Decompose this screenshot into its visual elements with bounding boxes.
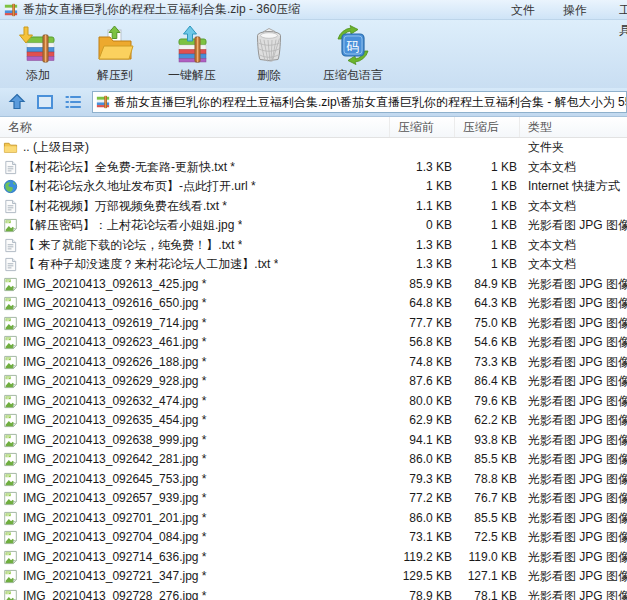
size-before-compression: 77.7 KB (390, 314, 455, 334)
menu-file[interactable]: 文件 (509, 0, 537, 20)
size-before-compression: 87.6 KB (390, 372, 455, 392)
file-type: 光影看图 JPG 图像 (520, 587, 627, 600)
table-row[interactable]: 【村花视频】万部视频免费在线看.txt * 1.1 KB 1 KB 文本文档 (0, 197, 627, 217)
file-name: IMG_20210413_092704_084.jpg * (23, 528, 207, 548)
table-row[interactable]: IMG_20210413_092721_347.jpg * 129.5 KB 1… (0, 567, 627, 587)
size-before-compression: 80.0 KB (390, 392, 455, 412)
one-click-extract-button[interactable]: 一键解压 (156, 24, 228, 86)
table-row[interactable]: IMG_20210413_092657_939.jpg * 77.2 KB 76… (0, 489, 627, 509)
size-before-compression: 74.8 KB (390, 353, 455, 373)
size-after-compression: 1 KB (455, 255, 520, 275)
file-name: IMG_20210413_092642_281.jpg * (23, 450, 207, 470)
file-name: IMG_20210413_092623_461.jpg * (23, 333, 207, 353)
jpg-icon (3, 452, 18, 467)
table-row[interactable]: IMG_20210413_092629_928.jpg * 87.6 KB 86… (0, 372, 627, 392)
file-type: 光影看图 JPG 图像 (520, 314, 627, 334)
view-mode-icon[interactable] (34, 92, 56, 112)
table-row[interactable]: IMG_20210413_092619_714.jpg * 77.7 KB 75… (0, 314, 627, 334)
file-name: IMG_20210413_092638_999.jpg * (23, 431, 207, 451)
address-path: 番茄女直播巨乳你的程程土豆福利合集.zip\番茄女直播巨乳你的程程土豆福利合集 … (114, 94, 627, 111)
file-type: 光影看图 JPG 图像 (520, 333, 627, 353)
table-row[interactable]: IMG_20210413_092645_753.jpg * 79.3 KB 78… (0, 470, 627, 490)
column-header-before[interactable]: 压缩前 (390, 117, 455, 137)
column-header-after[interactable]: 压缩后 (455, 117, 520, 137)
jpg-icon (3, 218, 18, 233)
table-row[interactable]: IMG_20210413_092701_201.jpg * 86.0 KB 85… (0, 509, 627, 529)
size-before-compression (390, 138, 455, 158)
file-name: IMG_20210413_092714_636.jpg * (23, 548, 207, 568)
svg-text:码: 码 (346, 39, 360, 54)
file-type: 光影看图 JPG 图像 (520, 294, 627, 314)
file-name: IMG_20210413_092645_753.jpg * (23, 470, 207, 490)
size-before-compression: 62.9 KB (390, 411, 455, 431)
jpg-icon (3, 530, 18, 545)
one-click-extract-icon (172, 24, 212, 66)
file-type: 文本文档 (520, 158, 627, 178)
table-row[interactable]: 【 来了就能下载的论坛，纯免费！】.txt * 1.3 KB 1 KB 文本文档 (0, 236, 627, 256)
jpg-icon (3, 355, 18, 370)
file-type: 光影看图 JPG 图像 (520, 431, 627, 451)
size-after-compression: 62.2 KB (455, 411, 520, 431)
table-row[interactable]: IMG_20210413_092642_281.jpg * 86.0 KB 85… (0, 450, 627, 470)
size-after-compression: 1 KB (455, 177, 520, 197)
jpg-icon (3, 589, 18, 600)
archive-icon (4, 3, 18, 17)
file-name: IMG_20210413_092701_201.jpg * (23, 509, 207, 529)
table-row[interactable]: IMG_20210413_092704_084.jpg * 73.1 KB 72… (0, 528, 627, 548)
menu-tools[interactable]: 工具 (617, 0, 627, 20)
file-name: 【村花论坛】全免费-无套路-更新快.txt * (23, 158, 235, 178)
size-before-compression: 73.1 KB (390, 528, 455, 548)
menu-operation[interactable]: 操作 (561, 0, 589, 20)
table-row[interactable]: .. (上级目录) 文件夹 (0, 138, 627, 158)
table-row[interactable]: IMG_20210413_092714_636.jpg * 119.2 KB 1… (0, 548, 627, 568)
table-row[interactable]: 【解压密码】：上村花论坛看小姐姐.jpg * 0 KB 1 KB 光影看图 JP… (0, 216, 627, 236)
archive-language-button[interactable]: 码 压缩包语言 (310, 24, 396, 86)
column-header-row: 名称 压缩前 压缩后 类型 (0, 117, 627, 138)
size-after-compression: 1 KB (455, 197, 520, 217)
table-row[interactable]: 【村花论坛】全免费-无套路-更新快.txt * 1.3 KB 1 KB 文本文档 (0, 158, 627, 178)
table-row[interactable]: IMG_20210413_092638_999.jpg * 94.1 KB 93… (0, 431, 627, 451)
size-before-compression: 79.3 KB (390, 470, 455, 490)
jpg-icon (3, 511, 18, 526)
address-bar[interactable]: 番茄女直播巨乳你的程程土豆福利合集.zip\番茄女直播巨乳你的程程土豆福利合集 … (92, 91, 627, 113)
table-row[interactable]: IMG_20210413_092616_650.jpg * 64.8 KB 64… (0, 294, 627, 314)
table-row[interactable]: IMG_20210413_092632_474.jpg * 80.0 KB 79… (0, 392, 627, 412)
size-before-compression: 1.3 KB (390, 236, 455, 256)
table-row[interactable]: 【 有种子却没速度？来村花论坛人工加速】.txt * 1.3 KB 1 KB 文… (0, 255, 627, 275)
column-header-name[interactable]: 名称 (0, 117, 390, 137)
table-row[interactable]: IMG_20210413_092635_454.jpg * 62.9 KB 62… (0, 411, 627, 431)
size-after-compression: 64.3 KB (455, 294, 520, 314)
archive-language-button-label: 压缩包语言 (323, 67, 383, 84)
size-before-compression: 1.3 KB (390, 255, 455, 275)
text-file-icon (3, 199, 18, 214)
size-after-compression: 127.1 KB (455, 567, 520, 587)
delete-button[interactable]: 删除 (233, 24, 305, 86)
size-before-compression: 1 KB (390, 177, 455, 197)
archive-icon (96, 95, 110, 109)
table-row[interactable]: IMG_20210413_092728_276.jpg * 78.9 KB 78… (0, 587, 627, 600)
jpg-icon (3, 296, 18, 311)
list-view-icon[interactable] (62, 92, 84, 112)
table-row[interactable]: 【村花论坛永久地址发布页】-点此打开.url * 1 KB 1 KB Inter… (0, 177, 627, 197)
file-type: 光影看图 JPG 图像 (520, 450, 627, 470)
table-row[interactable]: IMG_20210413_092626_188.jpg * 74.8 KB 73… (0, 353, 627, 373)
url-icon (3, 179, 18, 194)
extract-to-button[interactable]: 解压到 (79, 24, 151, 86)
size-before-compression: 77.2 KB (390, 489, 455, 509)
archive-language-icon: 码 (333, 24, 373, 66)
text-file-icon (3, 238, 18, 253)
size-after-compression: 85.5 KB (455, 509, 520, 529)
up-icon[interactable] (6, 92, 28, 112)
size-after-compression: 84.9 KB (455, 275, 520, 295)
table-row[interactable]: IMG_20210413_092623_461.jpg * 56.8 KB 54… (0, 333, 627, 353)
file-type: 文本文档 (520, 255, 627, 275)
column-header-type[interactable]: 类型 (520, 117, 627, 137)
jpg-icon (3, 374, 18, 389)
file-type: 光影看图 JPG 图像 (520, 392, 627, 412)
file-name: 【村花视频】万部视频免费在线看.txt * (23, 197, 227, 217)
table-row[interactable]: IMG_20210413_092613_425.jpg * 85.9 KB 84… (0, 275, 627, 295)
size-before-compression: 94.1 KB (390, 431, 455, 451)
size-after-compression: 79.6 KB (455, 392, 520, 412)
add-button[interactable]: 添加 (2, 24, 74, 86)
file-name: 【解压密码】：上村花论坛看小姐姐.jpg * (23, 216, 242, 236)
